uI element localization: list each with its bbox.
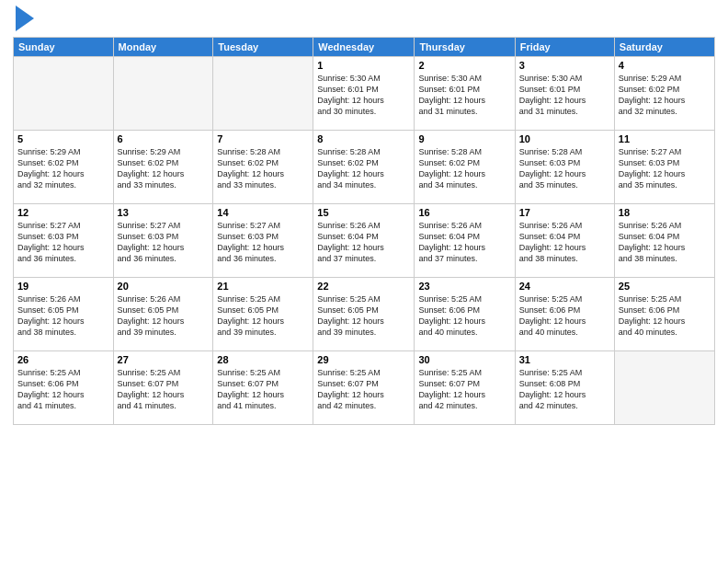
header [13, 9, 715, 31]
day-info: Sunrise: 5:26 AMSunset: 6:04 PMDaylight:… [519, 220, 610, 265]
day-number: 16 [418, 207, 510, 218]
day-info: Sunrise: 5:27 AMSunset: 6:03 PMDaylight:… [217, 220, 309, 265]
day-info: Sunrise: 5:28 AMSunset: 6:02 PMDaylight:… [418, 146, 510, 191]
day-info: Sunrise: 5:26 AMSunset: 6:04 PMDaylight:… [619, 220, 711, 265]
day-info: Sunrise: 5:25 AMSunset: 6:07 PMDaylight:… [118, 367, 210, 412]
day-info: Sunrise: 5:27 AMSunset: 6:03 PMDaylight:… [619, 146, 711, 191]
day-info: Sunrise: 5:29 AMSunset: 6:02 PMDaylight:… [619, 73, 711, 118]
calendar-cell: 5Sunrise: 5:29 AMSunset: 6:02 PMDaylight… [14, 131, 114, 204]
calendar-cell: 13Sunrise: 5:27 AMSunset: 6:03 PMDayligh… [113, 204, 213, 278]
calendar-cell: 16Sunrise: 5:26 AMSunset: 6:04 PMDayligh… [415, 204, 515, 278]
day-number: 10 [519, 133, 610, 144]
day-info: Sunrise: 5:26 AMSunset: 6:05 PMDaylight:… [118, 293, 210, 339]
day-number: 8 [317, 133, 410, 144]
calendar-cell: 21Sunrise: 5:25 AMSunset: 6:05 PMDayligh… [213, 278, 313, 351]
day-number: 27 [118, 354, 210, 365]
calendar-cell: 12Sunrise: 5:27 AMSunset: 6:03 PMDayligh… [14, 204, 114, 278]
week-row-0: 1Sunrise: 5:30 AMSunset: 6:01 PMDaylight… [14, 57, 715, 131]
calendar-cell: 7Sunrise: 5:28 AMSunset: 6:02 PMDaylight… [213, 131, 313, 204]
calendar-cell: 3Sunrise: 5:30 AMSunset: 6:01 PMDaylight… [515, 57, 614, 131]
day-number: 20 [118, 281, 210, 292]
day-info: Sunrise: 5:30 AMSunset: 6:01 PMDaylight:… [317, 73, 410, 118]
col-header-saturday: Saturday [614, 38, 714, 57]
day-info: Sunrise: 5:26 AMSunset: 6:04 PMDaylight:… [418, 220, 510, 265]
day-number: 12 [17, 207, 109, 218]
calendar-cell: 10Sunrise: 5:28 AMSunset: 6:03 PMDayligh… [515, 131, 614, 204]
day-number: 7 [217, 133, 309, 144]
calendar-cell: 8Sunrise: 5:28 AMSunset: 6:02 PMDaylight… [313, 131, 415, 204]
calendar-cell: 9Sunrise: 5:28 AMSunset: 6:02 PMDaylight… [415, 131, 515, 204]
day-number: 14 [217, 207, 309, 218]
col-header-monday: Monday [113, 38, 213, 57]
day-number: 5 [17, 133, 109, 144]
day-number: 25 [619, 281, 711, 292]
week-row-4: 26Sunrise: 5:25 AMSunset: 6:06 PMDayligh… [14, 351, 715, 425]
calendar-cell: 4Sunrise: 5:29 AMSunset: 6:02 PMDaylight… [614, 57, 714, 131]
calendar-cell [213, 57, 313, 131]
week-row-2: 12Sunrise: 5:27 AMSunset: 6:03 PMDayligh… [14, 204, 715, 278]
day-number: 22 [317, 281, 410, 292]
calendar-cell: 31Sunrise: 5:25 AMSunset: 6:08 PMDayligh… [515, 351, 614, 425]
day-info: Sunrise: 5:25 AMSunset: 6:06 PMDaylight:… [17, 367, 109, 412]
day-number: 6 [118, 133, 210, 144]
day-number: 21 [217, 281, 309, 292]
week-row-1: 5Sunrise: 5:29 AMSunset: 6:02 PMDaylight… [14, 131, 715, 204]
day-info: Sunrise: 5:25 AMSunset: 6:07 PMDaylight:… [317, 367, 410, 412]
day-info: Sunrise: 5:25 AMSunset: 6:06 PMDaylight:… [619, 293, 711, 339]
day-info: Sunrise: 5:25 AMSunset: 6:07 PMDaylight:… [217, 367, 309, 412]
col-header-thursday: Thursday [415, 38, 515, 57]
day-number: 18 [619, 207, 711, 218]
day-info: Sunrise: 5:29 AMSunset: 6:02 PMDaylight:… [17, 146, 109, 191]
calendar-cell: 20Sunrise: 5:26 AMSunset: 6:05 PMDayligh… [113, 278, 213, 351]
calendar-cell: 11Sunrise: 5:27 AMSunset: 6:03 PMDayligh… [614, 131, 714, 204]
day-info: Sunrise: 5:25 AMSunset: 6:08 PMDaylight:… [519, 367, 610, 412]
day-number: 31 [519, 354, 610, 365]
calendar-header-row: SundayMondayTuesdayWednesdayThursdayFrid… [14, 38, 715, 57]
day-info: Sunrise: 5:26 AMSunset: 6:05 PMDaylight:… [17, 293, 109, 339]
calendar: SundayMondayTuesdayWednesdayThursdayFrid… [13, 37, 715, 425]
day-info: Sunrise: 5:25 AMSunset: 6:06 PMDaylight:… [519, 293, 610, 339]
calendar-cell [113, 57, 213, 131]
day-number: 4 [619, 60, 711, 71]
calendar-cell: 18Sunrise: 5:26 AMSunset: 6:04 PMDayligh… [614, 204, 714, 278]
day-number: 2 [418, 60, 510, 71]
calendar-cell: 6Sunrise: 5:29 AMSunset: 6:02 PMDaylight… [113, 131, 213, 204]
calendar-cell: 25Sunrise: 5:25 AMSunset: 6:06 PMDayligh… [614, 278, 714, 351]
calendar-cell: 19Sunrise: 5:26 AMSunset: 6:05 PMDayligh… [14, 278, 114, 351]
calendar-cell: 1Sunrise: 5:30 AMSunset: 6:01 PMDaylight… [313, 57, 415, 131]
day-info: Sunrise: 5:28 AMSunset: 6:03 PMDaylight:… [519, 146, 610, 191]
week-row-3: 19Sunrise: 5:26 AMSunset: 6:05 PMDayligh… [14, 278, 715, 351]
calendar-cell: 17Sunrise: 5:26 AMSunset: 6:04 PMDayligh… [515, 204, 614, 278]
day-number: 24 [519, 281, 610, 292]
col-header-sunday: Sunday [14, 38, 114, 57]
day-info: Sunrise: 5:26 AMSunset: 6:04 PMDaylight:… [317, 220, 410, 265]
calendar-cell: 26Sunrise: 5:25 AMSunset: 6:06 PMDayligh… [14, 351, 114, 425]
day-info: Sunrise: 5:28 AMSunset: 6:02 PMDaylight:… [217, 146, 309, 191]
logo [13, 9, 34, 31]
day-info: Sunrise: 5:30 AMSunset: 6:01 PMDaylight:… [519, 73, 610, 118]
col-header-tuesday: Tuesday [213, 38, 313, 57]
day-number: 15 [317, 207, 410, 218]
calendar-cell: 15Sunrise: 5:26 AMSunset: 6:04 PMDayligh… [313, 204, 415, 278]
calendar-cell: 2Sunrise: 5:30 AMSunset: 6:01 PMDaylight… [415, 57, 515, 131]
logo-icon [16, 6, 34, 31]
calendar-cell: 28Sunrise: 5:25 AMSunset: 6:07 PMDayligh… [213, 351, 313, 425]
day-number: 17 [519, 207, 610, 218]
calendar-cell: 27Sunrise: 5:25 AMSunset: 6:07 PMDayligh… [113, 351, 213, 425]
svg-marker-0 [16, 6, 34, 31]
day-number: 28 [217, 354, 309, 365]
day-info: Sunrise: 5:30 AMSunset: 6:01 PMDaylight:… [418, 73, 510, 118]
col-header-friday: Friday [515, 38, 614, 57]
day-info: Sunrise: 5:25 AMSunset: 6:05 PMDaylight:… [317, 293, 410, 339]
calendar-cell: 22Sunrise: 5:25 AMSunset: 6:05 PMDayligh… [313, 278, 415, 351]
calendar-cell: 14Sunrise: 5:27 AMSunset: 6:03 PMDayligh… [213, 204, 313, 278]
calendar-cell: 29Sunrise: 5:25 AMSunset: 6:07 PMDayligh… [313, 351, 415, 425]
day-info: Sunrise: 5:25 AMSunset: 6:07 PMDaylight:… [418, 367, 510, 412]
day-number: 19 [17, 281, 109, 292]
day-number: 13 [118, 207, 210, 218]
calendar-cell: 30Sunrise: 5:25 AMSunset: 6:07 PMDayligh… [415, 351, 515, 425]
calendar-cell [614, 351, 714, 425]
day-number: 29 [317, 354, 410, 365]
calendar-cell: 23Sunrise: 5:25 AMSunset: 6:06 PMDayligh… [415, 278, 515, 351]
day-info: Sunrise: 5:29 AMSunset: 6:02 PMDaylight:… [118, 146, 210, 191]
